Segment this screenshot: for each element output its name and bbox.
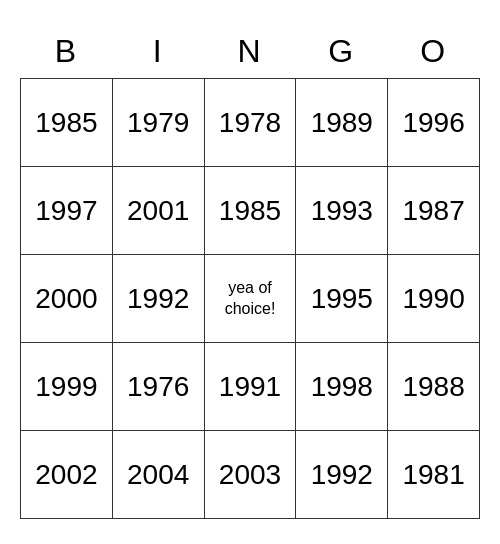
table-row: 2003: [204, 431, 296, 519]
table-row: 2004: [112, 431, 204, 519]
table-row: 1990: [388, 255, 480, 343]
table-row: 1995: [296, 255, 388, 343]
table-row: 1985: [21, 79, 113, 167]
table-row: 1992: [296, 431, 388, 519]
table-row: 1988: [388, 343, 480, 431]
table-row: 1989: [296, 79, 388, 167]
table-row: 2000: [21, 255, 113, 343]
table-row: 1976: [112, 343, 204, 431]
table-row: 1998: [296, 343, 388, 431]
col-header-g: G: [296, 25, 388, 79]
table-row: 1987: [388, 167, 480, 255]
table-row: 1997: [21, 167, 113, 255]
table-row: 1991: [204, 343, 296, 431]
col-header-o: O: [388, 25, 480, 79]
table-row: 1993: [296, 167, 388, 255]
col-header-n: N: [204, 25, 296, 79]
table-row: 1992: [112, 255, 204, 343]
table-row: 1999: [21, 343, 113, 431]
table-row: 1981: [388, 431, 480, 519]
table-row: 1985: [204, 167, 296, 255]
col-header-i: I: [112, 25, 204, 79]
table-row: 2002: [21, 431, 113, 519]
table-row: 1979: [112, 79, 204, 167]
bingo-card: B I N G O 198519791978198919961997200119…: [20, 25, 480, 519]
table-row: 2001: [112, 167, 204, 255]
col-header-b: B: [21, 25, 113, 79]
table-row: 1996: [388, 79, 480, 167]
table-row: yea of choice!: [204, 255, 296, 343]
table-row: 1978: [204, 79, 296, 167]
